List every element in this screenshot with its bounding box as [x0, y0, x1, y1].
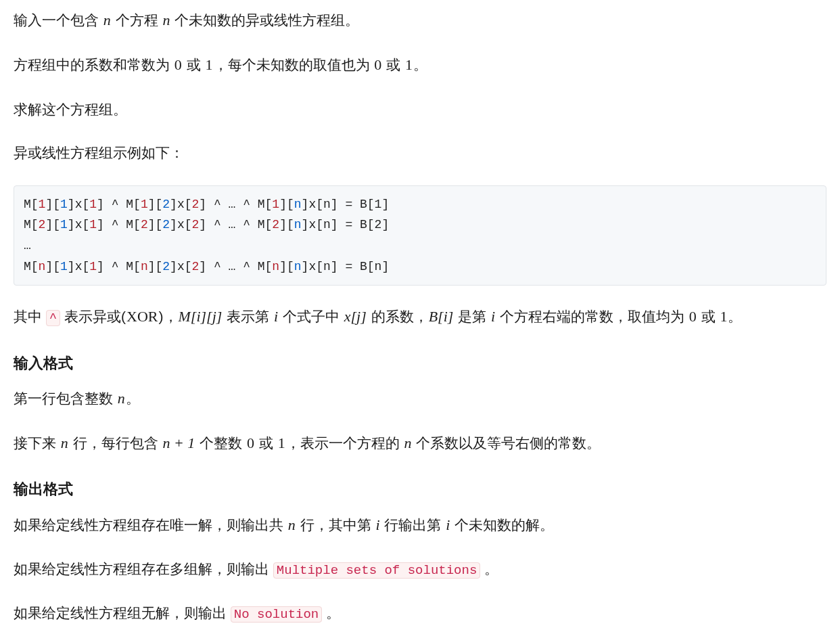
paragraph-output-multiple: 如果给定线性方程组存在多组解，则输出 Multiple sets of solu… [14, 558, 826, 581]
text: )， [159, 309, 178, 324]
text: 行，其中第 [296, 517, 375, 533]
heading-output-format: 输出格式 [14, 477, 826, 501]
paragraph-intro: 输入一个包含 n 个方程 n 个未知数的异或线性方程组。 [14, 8, 826, 32]
text: 。 [126, 390, 140, 406]
text: 个未知数的解。 [450, 517, 554, 533]
math-num-0: 0 [246, 434, 255, 451]
math-num-0: 0 [373, 56, 382, 73]
text: 。 [322, 605, 340, 621]
text: 是第 [454, 309, 490, 324]
text: 行输出第 [381, 517, 446, 533]
paragraph-output-unique: 如果给定线性方程组存在唯一解，则输出共 n 行，其中第 i 行输出第 i 个未知… [14, 513, 826, 537]
math-var-n: n [60, 434, 69, 451]
math-var-i: i [375, 516, 381, 533]
math-num-1: 1 [277, 434, 286, 451]
paragraph-solve: 求解这个方程组。 [14, 98, 826, 122]
math-num-1: 1 [719, 308, 728, 325]
text: 输入一个包含 [14, 12, 103, 28]
paragraph-example-label: 异或线性方程组示例如下： [14, 141, 826, 165]
text: 或 [382, 57, 404, 72]
math-nplus1: n + 1 [162, 434, 196, 451]
text: 如果给定线性方程组存在多组解，则输出 [14, 561, 273, 577]
paragraph-output-none: 如果给定线性方程组无解，则输出 No solution 。 [14, 602, 826, 625]
heading-input-format: 输入格式 [14, 351, 826, 376]
math-xor: XOR [126, 308, 158, 325]
text: 个式子中 [279, 309, 344, 324]
text: 第一行包含整数 [14, 390, 117, 406]
math-var-n: n [162, 12, 171, 28]
math-var-n: n [287, 516, 296, 533]
inline-code-multiple: Multiple sets of solutions [273, 562, 480, 579]
text: 个未知数的异或线性方程组。 [171, 12, 360, 28]
math-num-1: 1 [205, 56, 214, 73]
text: 如果给定线性方程组存在唯一解，则输出共 [14, 517, 287, 533]
math-var-n: n [404, 434, 413, 451]
math-Mij: M[i][j] [178, 308, 223, 325]
text: 接下来 [14, 435, 60, 451]
math-Bi: B[i] [428, 308, 454, 325]
inline-caret: ^ [46, 310, 60, 326]
text: 或 [183, 57, 205, 72]
text: 或 [697, 309, 720, 324]
math-num-1: 1 [404, 56, 413, 73]
text: 。 [480, 561, 498, 577]
math-var-i: i [273, 308, 279, 325]
text: 个方程 [112, 12, 162, 28]
text: 表示异或( [60, 309, 126, 324]
paragraph-explain: 其中 ^ 表示异或(XOR)，M[i][j] 表示第 i 个式子中 x[j] 的… [14, 305, 826, 329]
text: ，每个未知数的取值也为 [214, 57, 374, 72]
text: 表示第 [223, 309, 273, 324]
text: 其中 [14, 309, 46, 324]
math-num-0: 0 [689, 308, 697, 325]
math-xj: x[j] [344, 308, 367, 325]
text: 个整数 [195, 435, 246, 451]
text: 。 [728, 309, 742, 324]
text: 个系数以及等号右侧的常数。 [413, 435, 601, 451]
math-num-0: 0 [174, 56, 183, 73]
text: 或 [255, 435, 277, 451]
paragraph-input-next: 接下来 n 行，每行包含 n + 1 个整数 0 或 1，表示一个方程的 n 个… [14, 431, 826, 455]
text: 个方程右端的常数，取值均为 [496, 309, 689, 324]
text: 如果给定线性方程组无解，则输出 [14, 605, 231, 621]
text: 。 [413, 57, 427, 72]
text: ，表示一个方程的 [286, 435, 404, 451]
inline-code-nosolution: No solution [231, 606, 322, 623]
problem-statement: 输入一个包含 n 个方程 n 个未知数的异或线性方程组。 方程组中的系数和常数为… [0, 0, 840, 630]
text: 的系数， [367, 309, 428, 324]
text: 方程组中的系数和常数为 [14, 57, 174, 72]
paragraph-coeffs: 方程组中的系数和常数为 0 或 1，每个未知数的取值也为 0 或 1。 [14, 53, 826, 77]
text: 行，每行包含 [69, 435, 162, 451]
math-var-n: n [103, 12, 112, 28]
math-var-n: n [117, 390, 126, 407]
code-block-equations: M[1][1]x[1] ^ M[1][2]x[2] ^ … ^ M[1][n]x… [14, 185, 826, 286]
paragraph-input-line1: 第一行包含整数 n。 [14, 386, 826, 411]
math-var-i: i [490, 308, 496, 325]
